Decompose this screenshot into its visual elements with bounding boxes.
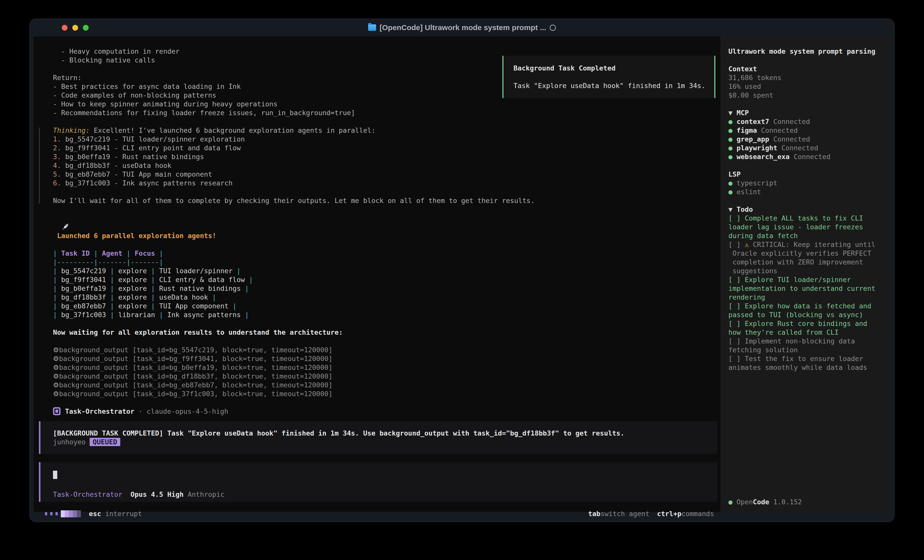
- thinking-block: Thinking: Excellent! I've launched 6 bac…: [53, 126, 717, 205]
- spinner-gradient-icon: [61, 510, 81, 517]
- term-line: passed to TUI (blocking vs async): [728, 310, 885, 319]
- spinner-group: esc interrupt: [45, 509, 142, 518]
- esc-key-label: interrupt: [101, 510, 142, 518]
- prompt-input-panel[interactable]: Task-Orchestrator Opus 4.5 High Anthropi…: [39, 462, 717, 502]
- term-line: fetching solution: [728, 346, 885, 354]
- tab-key-hint: tab: [588, 509, 601, 518]
- app-window: [OpenCode] Ultrawork mode system prompt …: [30, 19, 894, 522]
- gear-icon: ⚙: [53, 390, 59, 398]
- term-line: |---------|-------|-------|: [53, 258, 717, 267]
- notification-body: Task "Explore useData hook" finished in …: [513, 81, 714, 90]
- term-line: LSP: [728, 170, 885, 179]
- term-line: ● typescript: [728, 179, 885, 187]
- term-line: [728, 56, 885, 64]
- term-line: ⚙background_output [task_id=bg_eb87ebb7,…: [53, 380, 717, 389]
- window-title-group: [OpenCode] Ultrawork mode system prompt …: [368, 23, 556, 32]
- term-line: | bg_5547c219 | explore | TUI loader/spi…: [53, 267, 717, 275]
- term-line: 31,686 tokens: [728, 73, 885, 82]
- status-bar: esc interrupt tab switch agent ctrl+p co…: [45, 509, 714, 518]
- term-line: ⚙background_output [task_id=bg_df18bb3f,…: [53, 372, 717, 380]
- term-line: [ ] Test the fix to ensure loader: [728, 354, 885, 363]
- term-line: Task-Orchestrator Opus 4.5 High Anthropi…: [53, 490, 710, 499]
- term-line: 6. bg_37f1c003 - Ink async patterns rese…: [53, 179, 717, 187]
- term-line: [ ] Explore TUI loader/spinner: [728, 275, 885, 284]
- close-button[interactable]: [62, 25, 68, 31]
- term-line: implementation to understand current: [728, 284, 885, 293]
- term-line: ● grep_app Connected: [728, 135, 885, 144]
- term-line: [53, 471, 710, 479]
- term-line: Oracle explicitly verifies PERFECT: [728, 249, 885, 258]
- term-line: ● context7 Connected: [728, 117, 885, 126]
- term-line: animates smoothly while data loads: [728, 363, 885, 372]
- term-line: suggestions: [728, 267, 885, 275]
- term-line: - Recommendations for fixing loader free…: [53, 108, 717, 117]
- term-line: [728, 100, 885, 108]
- term-line: 3. bg_b0effa19 - Rust native bindings: [53, 152, 717, 161]
- term-line: Task-Orchestrator · claude-opus-4-5-high: [53, 407, 717, 416]
- sidebar: Ultrawork mode system prompt parsingCont…: [720, 36, 890, 512]
- document-dirty-icon: [550, 25, 556, 31]
- term-line: completion with ZERO improvement: [728, 258, 885, 267]
- titlebar[interactable]: [OpenCode] Ultrawork mode system prompt …: [30, 19, 894, 36]
- tool-calls-block: ⚙background_output [task_id=bg_5547c219,…: [53, 346, 717, 398]
- term-line: [728, 161, 885, 170]
- term-line: how they're called from CLI: [728, 328, 885, 337]
- term-line: Now waiting for all exploration results …: [53, 328, 717, 337]
- ctrlp-key-label: commands: [681, 509, 714, 518]
- term-line: Thinking: Excellent! I've launched 6 bac…: [53, 126, 717, 135]
- sidebar-footer: ● OpenCode 1.0.152: [728, 497, 802, 506]
- term-line: Context: [728, 64, 885, 73]
- term-line: [728, 196, 885, 205]
- term-line: ▼ MCP: [728, 108, 885, 117]
- term-line: [BACKGROUND TASK COMPLETED] Task "Explor…: [53, 429, 710, 437]
- term-line: [ ] Implement non-blocking data: [728, 337, 885, 346]
- term-line: Launched 6 parallel exploration agents!: [53, 214, 717, 240]
- rocket-line: Launched 6 parallel exploration agents!: [53, 214, 717, 240]
- term-line: | bg_b0effa19 | explore | Rust native bi…: [53, 284, 717, 293]
- term-line: ▼ Todo: [728, 205, 885, 214]
- gear-icon: ⚙: [53, 364, 59, 371]
- tab-key-label: switch agent: [600, 509, 649, 518]
- gear-icon: ⚙: [53, 372, 59, 380]
- prompt-input[interactable]: [53, 471, 710, 479]
- term-line: rendering: [728, 293, 885, 302]
- term-line: 16% used: [728, 82, 885, 91]
- term-line: [ ] Complete ALL tasks to fix CLI: [728, 214, 885, 223]
- term-line: [ ] Explore how data is fetched and: [728, 302, 885, 310]
- keyboard-hints: tab switch agent ctrl+p commands: [588, 509, 714, 518]
- term-line: [53, 187, 717, 196]
- term-line: | Task ID | Agent | Focus |: [53, 249, 717, 258]
- gear-icon: ⚙: [53, 346, 59, 354]
- ctrlp-key-hint: ctrl+p: [657, 509, 681, 518]
- term-line: ● eslint: [728, 187, 885, 196]
- term-line: ● websearch_exa Connected: [728, 152, 885, 161]
- gear-icon: ⚙: [53, 355, 59, 362]
- term-line: $0.00 spent: [728, 91, 885, 100]
- agents-table: | Task ID | Agent | Focus ||---------|--…: [53, 249, 717, 319]
- window-title: [OpenCode] Ultrawork mode system prompt …: [380, 23, 546, 32]
- agent-icon: [53, 407, 60, 415]
- term-line: 5. bg_eb87ebb7 - TUI App main component: [53, 170, 717, 179]
- term-line: junhoyeoQUEUED: [53, 437, 710, 446]
- term-line: 4. bg_df18bb3f - useData hook: [53, 161, 717, 170]
- term-line: 2. bg_f9ff3041 - CLI entry point and dat…: [53, 144, 717, 152]
- term-line: ● figma Connected: [728, 126, 885, 135]
- zoom-button[interactable]: [83, 25, 88, 31]
- term-line: | bg_f9ff3041 | explore | CLI entry & da…: [53, 275, 717, 284]
- term-line: Ultrawork mode system prompt parsing: [728, 47, 885, 56]
- term-line: - How to keep spinner animating during h…: [53, 100, 717, 108]
- term-line: [ ] Explore Rust core bindings and: [728, 319, 885, 328]
- minimize-button[interactable]: [72, 25, 78, 31]
- term-line: ⚙background_output [task_id=bg_37f1c003,…: [53, 389, 717, 398]
- term-line: ⚙background_output [task_id=bg_b0effa19,…: [53, 363, 717, 372]
- term-line: | bg_37f1c003 | librarian | Ink async pa…: [53, 310, 717, 319]
- agent-header-line: Task-Orchestrator · claude-opus-4-5-high: [53, 407, 717, 416]
- folder-icon: [368, 24, 376, 31]
- toast-notification[interactable]: Background Task Completed Task "Explore …: [502, 56, 716, 98]
- waiting-line: Now waiting for all exploration results …: [53, 328, 717, 337]
- input-agent-row: Task-Orchestrator Opus 4.5 High Anthropi…: [53, 490, 710, 499]
- term-line: | bg_eb87ebb7 | explore | TUI App compon…: [53, 302, 717, 310]
- term-line: [ ] ⚠ CRITICAL: Keep iterating until: [728, 240, 885, 249]
- term-line: | bg_df18bb3f | explore | useData hook |: [53, 293, 717, 302]
- term-line: Now I'll wait for all of them to complet…: [53, 196, 717, 205]
